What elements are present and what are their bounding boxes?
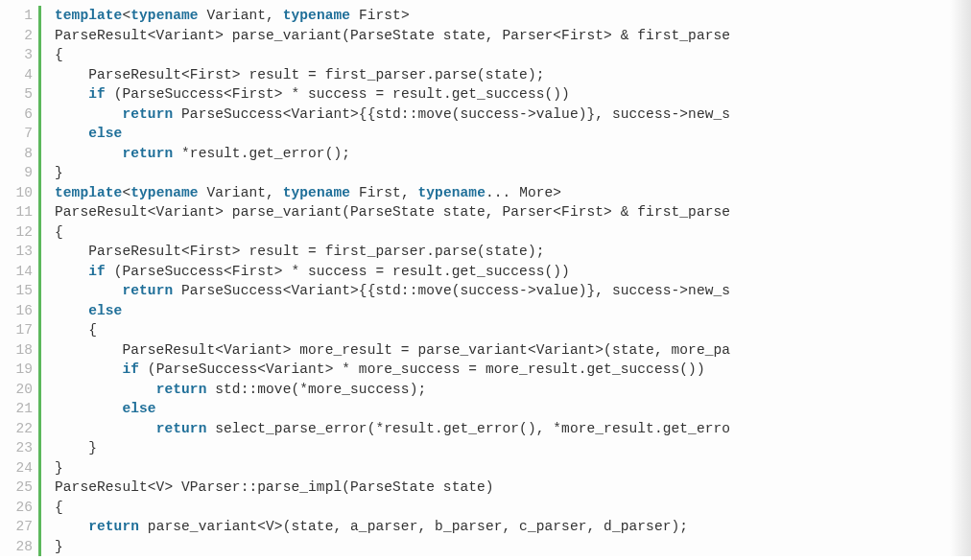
code-row: 4 ParseResult<First> result = first_pars… — [0, 65, 971, 85]
line-number: 22 — [0, 419, 38, 439]
code-content: ParseResult<First> result = first_parser… — [41, 242, 971, 262]
token-text: ... More> — [486, 185, 561, 200]
token-text — [55, 126, 88, 141]
line-number: 26 — [0, 498, 38, 518]
token-keyword: return — [122, 106, 173, 122]
code-content: if (ParseSuccess<First> * success = resu… — [41, 84, 971, 105]
token-text — [55, 519, 88, 534]
token-text: ParseResult<V> VParser::parse_impl(Parse… — [55, 479, 494, 495]
line-number: 3 — [0, 45, 38, 65]
token-keyword: typename — [283, 8, 350, 23]
token-text: (ParseSuccess<First> * success = result.… — [106, 264, 570, 279]
code-content: } — [41, 537, 971, 557]
code-row: 15 return ParseSuccess<Variant>{{std::mo… — [0, 281, 971, 301]
line-number: 21 — [0, 399, 38, 419]
token-text — [55, 382, 156, 397]
token-text: ParseResult<First> result = first_parser… — [55, 244, 544, 259]
code-content: if (ParseSuccess<First> * success = resu… — [41, 262, 971, 282]
token-text: First> — [350, 8, 410, 23]
code-content: else — [41, 399, 971, 419]
token-keyword: return — [156, 421, 207, 436]
line-number: 13 — [0, 242, 38, 262]
token-text: } — [55, 440, 97, 455]
token-text: select_parse_error(*result.get_error(), … — [206, 421, 730, 436]
code-content: { — [41, 222, 971, 243]
token-keyword: typename — [418, 185, 486, 200]
token-keyword: return — [88, 519, 139, 534]
token-text: ParseSuccess<Variant>{{std::move(success… — [173, 283, 730, 298]
code-row: 19 if (ParseSuccess<Variant> * more_succ… — [0, 360, 971, 380]
token-keyword: if — [122, 362, 139, 377]
code-row: 23 } — [0, 438, 971, 458]
line-number: 9 — [0, 163, 38, 183]
code-row: 18 ParseResult<Variant> more_result = pa… — [0, 340, 971, 361]
code-row: 9} — [0, 163, 971, 183]
line-number: 2 — [0, 26, 38, 46]
token-text: (ParseSuccess<First> * success = result.… — [106, 86, 570, 102]
code-row: 16 else — [0, 301, 971, 321]
code-content: ParseResult<Variant> more_result = parse… — [41, 340, 971, 361]
token-text — [55, 303, 88, 318]
line-number: 19 — [0, 360, 38, 380]
line-number: 20 — [0, 380, 38, 400]
line-number: 8 — [0, 144, 38, 164]
token-keyword: return — [122, 146, 173, 161]
code-row: 13 ParseResult<First> result = first_par… — [0, 242, 971, 262]
line-number: 14 — [0, 262, 38, 282]
code-content: } — [41, 163, 971, 183]
token-text: { — [55, 322, 97, 338]
token-text — [55, 283, 122, 298]
token-text — [55, 106, 122, 122]
code-content: template<typename Variant, typename Firs… — [41, 6, 971, 26]
code-content: return parse_variant<V>(state, a_parser,… — [41, 517, 971, 537]
line-number: 10 — [0, 183, 38, 203]
token-keyword: return — [156, 382, 207, 397]
code-row: 11ParseResult<Variant> parse_variant(Par… — [0, 202, 971, 222]
code-content: else — [41, 124, 971, 144]
line-number: 11 — [0, 202, 38, 222]
line-number: 25 — [0, 478, 38, 498]
code-content: ParseResult<V> VParser::parse_impl(Parse… — [41, 478, 971, 498]
line-number: 4 — [0, 65, 38, 85]
token-text — [55, 421, 156, 436]
token-keyword: else — [122, 401, 155, 416]
code-row: 22 return select_parse_error(*result.get… — [0, 419, 971, 439]
code-content: } — [41, 438, 971, 458]
code-content: return ParseSuccess<Variant>{{std::move(… — [41, 105, 971, 125]
line-number: 12 — [0, 222, 38, 243]
code-row: 27 return parse_variant<V>(state, a_pars… — [0, 517, 971, 537]
code-row: 10template<typename Variant, typename Fi… — [0, 183, 971, 203]
line-number: 16 — [0, 301, 38, 321]
code-content: if (ParseSuccess<Variant> * more_success… — [41, 360, 971, 380]
code-row: 6 return ParseSuccess<Variant>{{std::mov… — [0, 105, 971, 125]
code-row: 8 return *result.get_error(); — [0, 144, 971, 164]
code-row: 20 return std::move(*more_success); — [0, 380, 971, 400]
token-text: < — [122, 8, 130, 23]
token-text: ParseResult<First> result = first_parser… — [55, 67, 544, 82]
code-row: 24} — [0, 458, 971, 478]
token-text: Variant, — [199, 8, 283, 23]
token-text: { — [55, 47, 63, 62]
token-text: *result.get_error(); — [173, 146, 350, 161]
token-text: ParseResult<Variant> more_result = parse… — [55, 342, 730, 358]
code-row: 14 if (ParseSuccess<First> * success = r… — [0, 262, 971, 282]
token-keyword: else — [88, 126, 122, 141]
token-text: ParseResult<Variant> parse_variant(Parse… — [55, 28, 730, 43]
token-text: std::move(*more_success); — [206, 382, 426, 397]
code-content: template<typename Variant, typename Firs… — [41, 183, 971, 203]
code-row: 1template<typename Variant, typename Fir… — [0, 6, 971, 26]
line-number: 24 — [0, 458, 38, 478]
code-lines-container: 1template<typename Variant, typename Fir… — [0, 6, 971, 556]
code-content: ParseResult<Variant> parse_variant(Parse… — [41, 202, 971, 222]
token-keyword: template — [55, 8, 122, 23]
token-text: { — [55, 500, 63, 515]
line-number: 7 — [0, 124, 38, 144]
token-text — [55, 264, 88, 279]
token-text: } — [55, 165, 63, 180]
token-text: ParseSuccess<Variant>{{std::move(success… — [173, 106, 730, 122]
token-text — [55, 146, 122, 161]
code-content: { — [41, 45, 971, 65]
code-row: 2ParseResult<Variant> parse_variant(Pars… — [0, 26, 971, 46]
code-row: 5 if (ParseSuccess<First> * success = re… — [0, 84, 971, 105]
token-text — [55, 86, 88, 102]
